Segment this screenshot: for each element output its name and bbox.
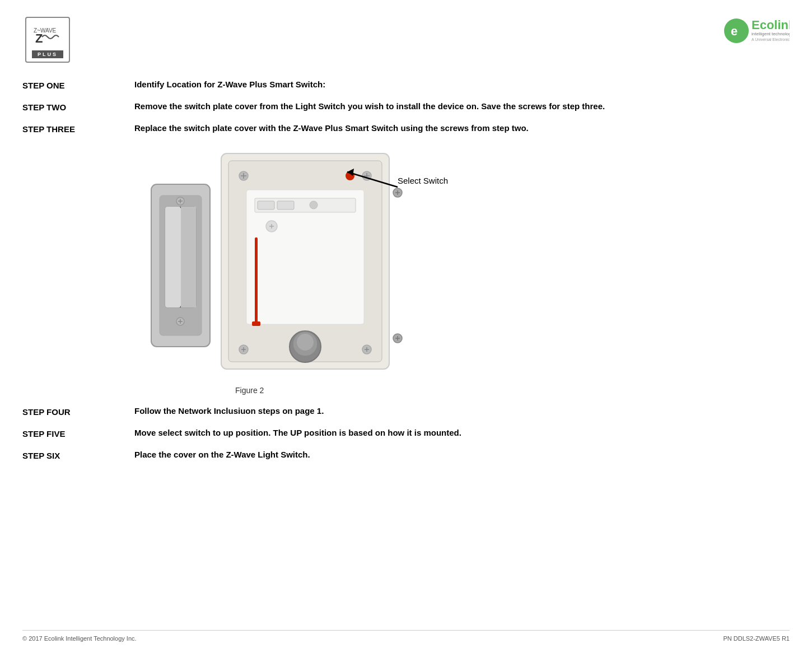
step-six-desc: Place the cover on the Z-Wave Light Swit… bbox=[134, 450, 790, 459]
svg-point-39 bbox=[297, 334, 314, 351]
figure-section: Select Switch Figure 2 bbox=[134, 145, 790, 395]
step-five-desc: Move select switch to up position. The U… bbox=[134, 428, 790, 437]
svg-rect-35 bbox=[255, 237, 258, 324]
figure-caption: Figure 2 bbox=[235, 386, 264, 395]
page-header: Z~WAVE Z PLUS e Ecolink intelligent tech… bbox=[22, 11, 790, 63]
step-two-desc: Remove the switch plate cover from the L… bbox=[134, 101, 790, 111]
step-four-row: STEP FOUR Follow the Network Inclusiuon … bbox=[22, 406, 790, 417]
svg-text:intelligent technology: intelligent technology bbox=[752, 31, 790, 36]
steps-section: STEP ONE Identify Location for Z-Wave Pl… bbox=[22, 80, 790, 460]
svg-rect-29 bbox=[258, 201, 274, 209]
footer-part-number: PN DDLS2-ZWAVE5 R1 bbox=[723, 635, 790, 642]
page-footer: © 2017 Ecolink Intelligent Technology In… bbox=[22, 630, 790, 642]
step-five-row: STEP FIVE Move select switch to up posit… bbox=[22, 428, 790, 439]
footer-copyright: © 2017 Ecolink Intelligent Technology In… bbox=[22, 635, 137, 642]
svg-point-31 bbox=[310, 201, 318, 209]
step-one-label: STEP ONE bbox=[22, 80, 134, 90]
step-five-label: STEP FIVE bbox=[22, 428, 134, 439]
step-two-row: STEP TWO Remove the switch plate cover f… bbox=[22, 101, 790, 112]
figure-images: Select Switch bbox=[134, 145, 482, 380]
svg-rect-30 bbox=[277, 201, 294, 209]
svg-rect-10 bbox=[165, 207, 181, 307]
step-four-desc: Follow the Network Inclusiuon steps on p… bbox=[134, 406, 790, 416]
step-one-row: STEP ONE Identify Location for Z-Wave Pl… bbox=[22, 80, 790, 90]
svg-text:A Universal Electronics Compan: A Universal Electronics Company bbox=[752, 38, 790, 42]
step-three-desc: Replace the switch plate cover with the … bbox=[134, 123, 790, 133]
step-six-row: STEP SIX Place the cover on the Z-Wave L… bbox=[22, 450, 790, 460]
step-six-label: STEP SIX bbox=[22, 450, 134, 460]
svg-rect-11 bbox=[181, 207, 196, 307]
svg-text:Z: Z bbox=[35, 31, 43, 45]
ecolink-logo-svg: e Ecolink intelligent technology A Unive… bbox=[722, 17, 790, 48]
step-one-desc: Identify Location for Z-Wave Plus Smart … bbox=[134, 80, 790, 89]
step-four-label: STEP FOUR bbox=[22, 406, 134, 417]
select-switch-annotation: Select Switch bbox=[398, 176, 448, 185]
svg-text:e: e bbox=[731, 24, 738, 38]
step-two-label: STEP TWO bbox=[22, 101, 134, 112]
zwave-logo: Z~WAVE Z PLUS bbox=[22, 17, 73, 63]
step-three-row: STEP THREE Replace the switch plate cove… bbox=[22, 123, 790, 134]
zwave-logo-svg: Z~WAVE Z bbox=[31, 21, 64, 49]
svg-rect-36 bbox=[252, 321, 260, 326]
svg-text:Ecolink: Ecolink bbox=[752, 18, 790, 32]
step-three-label: STEP THREE bbox=[22, 123, 134, 134]
zwave-plus-text: PLUS bbox=[32, 50, 63, 58]
ecolink-logo: e Ecolink intelligent technology A Unive… bbox=[722, 17, 790, 48]
